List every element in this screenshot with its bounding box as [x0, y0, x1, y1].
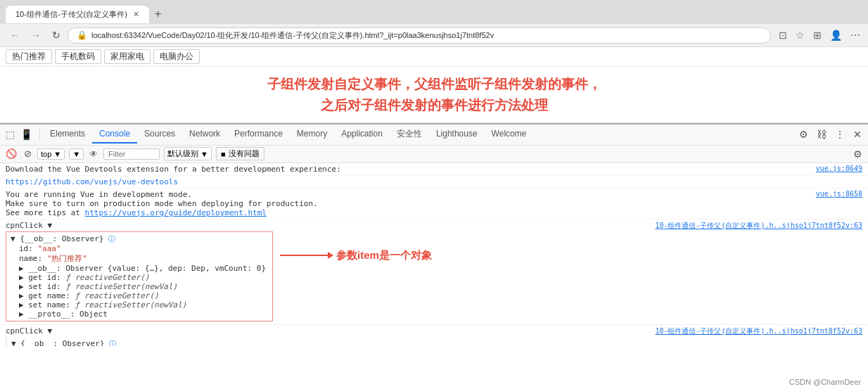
secure-icon: 🔒 — [77, 30, 87, 40]
code-line-1-5: ▶ get id: ƒ reactiveGetter() — [11, 273, 268, 282]
devtools-toolbar: ⬚ 📱 Elements Console Sources Network Per… — [0, 125, 868, 146]
issue-label: 没有问题 — [229, 148, 260, 159]
console-output: Download the Vue Devtools extension for … — [0, 163, 868, 346]
arrow-head — [328, 252, 333, 259]
title-line1: 子组件发射自定义事件，父组件监听子组件发射的事件， — [267, 77, 601, 91]
devtools-dock-icons: ⬚ 📱 — [4, 127, 40, 141]
code-line-1-7: ▶ get name: ƒ reactiveGetter() — [11, 291, 268, 300]
code-line-1-8: ▶ set name: ƒ reactiveSetter(newVal) — [11, 300, 268, 310]
page-main-content: 子组件发射自定义事件，父组件监听子组件发射的事件， 之后对子组件发射的事件进行方… — [0, 67, 868, 123]
filter-label: ▼ — [72, 150, 80, 158]
code-line-1-2: id: "aaa" — [11, 244, 268, 253]
tab-application[interactable]: Application — [334, 125, 390, 144]
devtools-tabs-container: Elements Console Sources Network Perform… — [43, 125, 797, 145]
inspect-element-icon[interactable]: ⬚ — [4, 127, 16, 141]
browser-window: 10-组件通信-子传父(自定义事件) ✕ + ← → ↻ 🔒 localhost… — [0, 0, 868, 389]
obj-content-2: cpnClick ▼ ▼ {__ob__: Observer} ⓘ id: "b… — [6, 326, 273, 346]
bookmark-icon[interactable]: ☆ — [793, 27, 807, 43]
tab-network[interactable]: Network — [182, 125, 227, 144]
bookmark-hotrecommend[interactable]: 热门推荐 — [6, 49, 52, 64]
context-label: top — [41, 150, 51, 158]
msg-source-3[interactable]: vue.js:8658 — [816, 190, 862, 198]
devtools-link[interactable]: https://github.com/vuejs/vue-devtools — [6, 177, 178, 186]
tab-sources[interactable]: Sources — [137, 125, 182, 144]
nav-bar: ← → ↻ 🔒 localhost:63342/VueCode/Day02/10… — [0, 24, 868, 47]
url-text: localhost:63342/VueCode/Day02/10-组化开发/10… — [91, 30, 762, 41]
tab-console[interactable]: Console — [92, 125, 137, 144]
back-button[interactable]: ← — [6, 27, 24, 44]
devtools-panel: ⬚ 📱 Elements Console Sources Network Per… — [0, 123, 868, 346]
console-message-2: https://github.com/vuejs/vue-devtools — [0, 176, 868, 189]
eye-filter-icon[interactable]: 👁 — [88, 148, 99, 160]
tab-memory[interactable]: Memory — [290, 125, 334, 144]
browser-tab[interactable]: 10-组件通信-子传父(自定义事件) ✕ — [6, 6, 149, 23]
console-issue-badge[interactable]: ■ 没有问题 — [216, 147, 264, 160]
msg-text-3: You are running Vue in development mode.… — [6, 190, 810, 217]
reload-button[interactable]: ↻ — [48, 27, 65, 44]
cast-icon[interactable]: ⊡ — [777, 27, 789, 43]
console-message-1: Download the Vue Devtools extension for … — [0, 163, 868, 176]
title-line2: 之后对子组件发射的事件进行方法处理 — [321, 98, 548, 113]
code-line-1-4: ▶ __ob__: Observer {value: {…}, dep: Dep… — [11, 264, 268, 273]
tab-lighthouse[interactable]: Lighthouse — [429, 125, 485, 144]
tab-elements[interactable]: Elements — [43, 125, 92, 144]
new-tab-btn[interactable]: + — [149, 4, 167, 24]
console-filter-dropdown[interactable]: ▼ — [69, 148, 84, 160]
issue-text: ■ — [221, 150, 226, 158]
url-bar[interactable]: 🔒 localhost:63342/VueCode/Day02/10-组化开发/… — [68, 27, 771, 44]
console-filter-input[interactable] — [103, 148, 160, 160]
page-title: 子组件发射自定义事件，父组件监听子组件发射的事件， 之后对子组件发射的事件进行方… — [14, 74, 854, 117]
tab-bar: 10-组件通信-子传父(自定义事件) ✕ + — [0, 0, 868, 24]
msg-text-1: Download the Vue Devtools extension for … — [6, 165, 810, 174]
device-toolbar-icon[interactable]: 📱 — [19, 127, 34, 141]
arrow-indicator — [280, 255, 329, 256]
code-line-1-1: ▼ {__ob__: Observer} ⓘ — [11, 234, 268, 244]
console-clear-icon[interactable]: 🚫 — [4, 147, 18, 160]
bookmark-bar: 热门推荐 手机数码 家用家电 电脑办公 — [0, 47, 868, 67]
console-settings-icon[interactable]: ⚙ — [852, 147, 864, 161]
code-line-1-6: ▶ set id: ƒ reactiveSetter(newVal) — [11, 282, 268, 291]
console-context-select[interactable]: top ▼ — [37, 148, 65, 160]
watermark: CSDN @CharmDeer — [789, 378, 861, 386]
context-dropdown-icon: ▼ — [53, 150, 61, 158]
tab-security[interactable]: 安全性 — [390, 125, 429, 145]
console-bar: 🚫 ⊘ top ▼ ▼ 👁 默认级别 ▼ ■ 没有问题 ⚙ — [0, 146, 868, 163]
annotation-area: 参数item是一个对象 — [280, 221, 432, 262]
level-dropdown-icon: ▼ — [200, 150, 208, 158]
console-pause-icon[interactable]: ⊘ — [23, 147, 33, 160]
obj-content-1: cpnClick ▼ ▼ {__ob__: Observer} ⓘ id: "a… — [6, 221, 273, 323]
obj-code-block-1: ▼ {__ob__: Observer} ⓘ id: "aaa" name: "… — [6, 231, 273, 321]
console-obj-block-1: cpnClick ▼ ▼ {__ob__: Observer} ⓘ id: "a… — [0, 219, 868, 325]
obj-source-1[interactable]: 10-组件通信-子传父(自定义事件).h..sjhso1j7tnt8f52v:6… — [655, 221, 862, 231]
more-options-button[interactable]: ⋯ — [848, 27, 862, 43]
arrow-line — [280, 255, 329, 256]
tab-title: 10-组件通信-子传父(自定义事件) — [15, 9, 127, 20]
msg-source-1[interactable]: vue.js:8649 — [816, 165, 862, 172]
code-line-1-3: name: "热门推荐" — [11, 253, 268, 264]
console-obj-block-2: cpnClick ▼ ▼ {__ob__: Observer} ⓘ id: "b… — [0, 325, 868, 346]
obj-code-block-2: ▼ {__ob__: Observer} ⓘ id: "bbb" name: "… — [6, 337, 273, 346]
settings-gear-icon[interactable]: ⚙ — [797, 127, 810, 142]
bookmark-appliances[interactable]: 家用家电 — [104, 49, 151, 64]
tab-performance[interactable]: Performance — [227, 125, 290, 144]
devtools-more-icon[interactable]: ⋮ — [833, 127, 847, 142]
deployment-link[interactable]: https://vuejs.org/guide/deployment.html — [85, 208, 267, 217]
obj-label-1: cpnClick ▼ — [6, 221, 52, 230]
obj-label-2: cpnClick ▼ — [6, 326, 52, 336]
bookmark-phones[interactable]: 手机数码 — [55, 49, 101, 64]
tab-close-icon[interactable]: ✕ — [133, 10, 139, 19]
forward-button[interactable]: → — [27, 27, 45, 44]
level-label: 默认级别 — [167, 148, 198, 159]
nav-extras: ⊡ ☆ ⊞ 👤 ⋯ — [777, 27, 862, 43]
screenshot-icon[interactable]: ⊞ — [811, 27, 824, 43]
devtools-close-icon[interactable]: ✕ — [851, 127, 864, 142]
console-level-select[interactable]: 默认级别 ▼ — [164, 147, 212, 160]
profile-icon[interactable]: 👤 — [828, 27, 844, 43]
bookmark-computers[interactable]: 电脑办公 — [153, 49, 200, 64]
tab-welcome[interactable]: Welcome — [485, 125, 534, 144]
devtools-link-icon[interactable]: ⛓ — [815, 127, 829, 142]
code-line-2-1: ▼ {__ob__: Observer} ⓘ — [11, 339, 269, 346]
devtools-settings-area: ⚙ ⛓ ⋮ ✕ — [797, 127, 864, 142]
obj-source-2[interactable]: 10-组件通信-子传父(自定义事件).h..sjhso1j7tnt8f52v:6… — [655, 326, 862, 336]
console-message-3: You are running Vue in development mode.… — [0, 189, 868, 219]
